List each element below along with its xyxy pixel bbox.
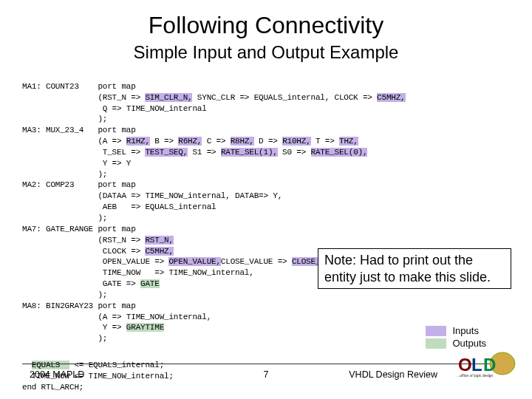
code-line: (A => xyxy=(22,137,126,146)
code-text: T => xyxy=(311,137,339,146)
legend-swatch-inputs xyxy=(426,326,446,336)
hl-input: RST_N, xyxy=(145,236,173,245)
code-line: end RTL_ARCH; xyxy=(22,383,83,392)
code-line: MA8: BIN2GRAY23 port map xyxy=(22,301,136,310)
code-line: TIME_NOW => TIME_NOW_internal, xyxy=(22,268,254,277)
code-line: (DATAA => TIME_NOW_internal, DATAB=> Y, xyxy=(22,191,282,200)
svg-text:...office of logic design: ...office of logic design xyxy=(457,373,494,378)
legend-swatch-outputs xyxy=(426,338,446,349)
hl-input: SIM_CLR_N, xyxy=(145,93,192,102)
code-text: SYNC_CLR => EQUALS_internal, CLOCK => xyxy=(192,93,377,102)
footer-page-number: 7 xyxy=(264,369,269,380)
legend-label: Inputs xyxy=(452,325,478,336)
hl-input: R6HZ, xyxy=(178,137,202,146)
legend-row-inputs: Inputs xyxy=(426,325,486,336)
code-line: ); xyxy=(22,290,107,299)
code-text: <= EQUALS_internal; xyxy=(69,361,164,369)
code-line: MA3: MUX_23_4 port map xyxy=(22,126,136,134)
logo-icon: O L D ...office of logic design xyxy=(457,352,516,378)
footer-right: VHDL Design Review xyxy=(349,369,437,380)
code-line: AEB => EQUALS_internal xyxy=(22,202,216,211)
code-line: MA2: COMP23 port map xyxy=(22,180,136,189)
hl-input: THZ, xyxy=(339,137,358,146)
note-box: Note: Had to print out the entity just t… xyxy=(318,248,511,289)
code-line: MA7: GATE_RANGE port map xyxy=(22,225,136,233)
code-text: S1 => xyxy=(188,148,221,157)
code-line: CLOCK => xyxy=(22,247,145,256)
code-line: (RST_N => xyxy=(22,236,145,245)
code-line: Y => Y xyxy=(22,159,131,168)
code-line: (RST_N => xyxy=(22,93,145,102)
hl-input: RATE_SEL(1), xyxy=(221,148,278,157)
code-text: CLOSE_VALUE => xyxy=(221,257,292,266)
hl-input: R8HZ, xyxy=(231,137,254,146)
svg-text:O: O xyxy=(458,355,472,375)
hl-output: GATE xyxy=(140,279,160,288)
slide-subtitle: Simple Input and Output Example xyxy=(22,42,510,63)
hl-input: R10HZ, xyxy=(282,137,310,146)
hl-input: R1HZ, xyxy=(126,137,150,146)
code-line: GATE => xyxy=(22,279,140,288)
hl-input: C5MHZ, xyxy=(145,247,173,256)
hl-input: TEST_SEQ, xyxy=(145,148,188,157)
hl-output: GRAYTIME xyxy=(126,323,164,332)
slide-title: Following Connectivity xyxy=(22,12,510,39)
code-line: (A => TIME_NOW_internal, xyxy=(22,313,211,321)
code-text: S0 => xyxy=(278,148,311,157)
code-text: C => xyxy=(202,137,230,146)
code-line: ); xyxy=(22,214,107,222)
code-line: Y => xyxy=(22,323,126,332)
legend-row-outputs: Outputs xyxy=(426,338,486,349)
svg-text:L: L xyxy=(471,355,482,375)
code-text: B => xyxy=(150,137,178,146)
legend-label: Outputs xyxy=(452,338,486,349)
legend: Inputs Outputs xyxy=(426,325,486,350)
code-line: ); xyxy=(22,334,107,343)
code-line: Q => TIME_NOW_internal xyxy=(22,104,207,113)
code-line: MA1: COUNT23 port map xyxy=(22,82,136,91)
code-line: ); xyxy=(22,170,107,179)
divider xyxy=(22,364,510,364)
code-line: ); xyxy=(22,115,107,123)
code-line: T_SEL => xyxy=(22,148,145,157)
hl-output: EQUALS xyxy=(32,361,69,369)
footer-left: 2004 MAPLD xyxy=(30,369,84,380)
hl-input: C5MHZ, xyxy=(377,93,405,102)
hl-input: OPEN_VALUE, xyxy=(168,257,220,266)
svg-text:D: D xyxy=(483,355,496,375)
code-block: MA1: COUNT23 port map (RST_N => SIM_CLR_… xyxy=(22,70,510,344)
code-text: D => xyxy=(254,137,282,146)
code-text xyxy=(22,361,32,369)
code-line: OPEN_VALUE => xyxy=(22,257,168,266)
hl-input: RATE_SEL(0), xyxy=(311,148,368,157)
